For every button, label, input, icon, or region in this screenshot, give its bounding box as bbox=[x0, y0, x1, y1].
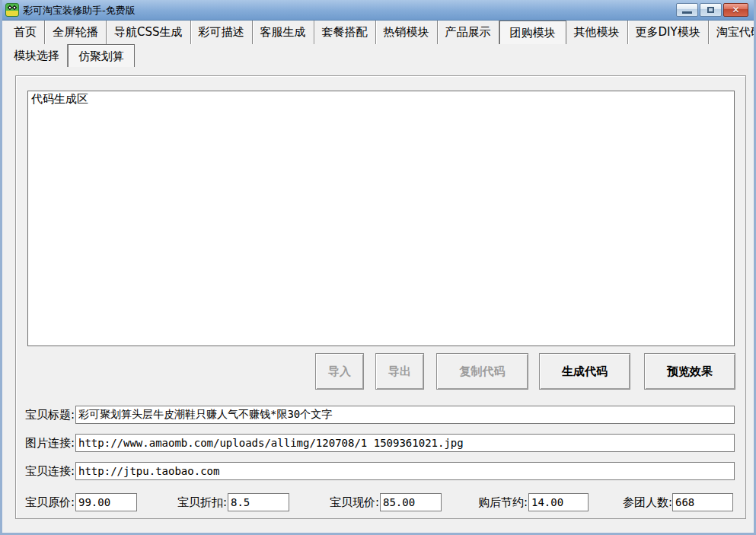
participants-label: 参团人数: bbox=[623, 493, 672, 511]
tab-fake-juhuasuan[interactable]: 仿聚划算 bbox=[68, 44, 135, 67]
sub-tab-bar: 模块选择 仿聚划算 bbox=[2, 44, 135, 67]
participants-input[interactable] bbox=[672, 493, 733, 511]
main-tab-bar: 首页 全屏轮播 导航CSS生成 彩可描述 客服生成 套餐搭配 热销模块 产品展示… bbox=[2, 21, 756, 44]
generate-code-button[interactable]: 生成代码 bbox=[539, 353, 630, 390]
discount-label: 宝贝折扣: bbox=[177, 493, 227, 511]
current-price-input[interactable] bbox=[380, 493, 442, 511]
savings-input[interactable] bbox=[528, 493, 589, 511]
tab-other-modules[interactable]: 其他模块 bbox=[566, 21, 628, 44]
app-icon bbox=[5, 3, 19, 17]
item-link-label: 宝贝连接: bbox=[25, 462, 75, 480]
app-window: 彩可淘宝装修助手-免费版 ✕ 首页 全屏轮播 导航CSS生成 彩可描述 客服生成… bbox=[0, 0, 756, 535]
export-button[interactable]: 导出 bbox=[375, 353, 424, 390]
item-link-input[interactable] bbox=[75, 462, 735, 480]
code-generation-textarea[interactable]: 代码生成区 bbox=[27, 91, 735, 346]
current-price-label: 宝贝现价: bbox=[330, 493, 379, 511]
copy-code-button[interactable]: 复制代码 bbox=[436, 353, 528, 390]
tab-caike-description[interactable]: 彩可描述 bbox=[191, 21, 253, 44]
tab-nav-css-generate[interactable]: 导航CSS生成 bbox=[107, 21, 191, 44]
import-button[interactable]: 导入 bbox=[315, 353, 364, 390]
image-link-label: 图片连接: bbox=[25, 434, 75, 452]
maximize-icon bbox=[707, 7, 714, 13]
original-price-input[interactable] bbox=[75, 493, 137, 511]
tab-hot-sale-module[interactable]: 热销模块 bbox=[376, 21, 438, 44]
item-title-input[interactable] bbox=[75, 406, 735, 424]
tab-home[interactable]: 首页 bbox=[6, 21, 45, 44]
close-icon: ✕ bbox=[732, 5, 739, 15]
item-title-label: 宝贝标题: bbox=[25, 406, 75, 424]
tab-package-match[interactable]: 套餐搭配 bbox=[314, 21, 376, 44]
close-button[interactable]: ✕ bbox=[723, 3, 748, 17]
preview-effect-button[interactable]: 预览效果 bbox=[644, 353, 735, 390]
window-title: 彩可淘宝装修助手-免费版 bbox=[23, 0, 136, 21]
image-link-input[interactable] bbox=[75, 434, 735, 452]
tab-customer-service-generate[interactable]: 客服生成 bbox=[253, 21, 314, 44]
tab-taobao-code-debug[interactable]: 淘宝代码调试 bbox=[709, 21, 756, 44]
title-bar: 彩可淘宝装修助手-免费版 ✕ bbox=[0, 0, 756, 21]
tab-fullscreen-carousel[interactable]: 全屏轮播 bbox=[45, 21, 107, 44]
tab-more-diy-modules[interactable]: 更多DIY模块 bbox=[628, 21, 709, 44]
discount-input[interactable] bbox=[228, 493, 289, 511]
tab-group-buy-module[interactable]: 团购模块 bbox=[499, 21, 566, 44]
minimize-icon bbox=[682, 11, 692, 14]
tab-module-select[interactable]: 模块选择 bbox=[6, 44, 68, 67]
savings-label: 购后节约: bbox=[478, 493, 528, 511]
maximize-button[interactable] bbox=[700, 3, 722, 17]
tab-product-display[interactable]: 产品展示 bbox=[438, 21, 499, 44]
original-price-label: 宝贝原价: bbox=[25, 493, 75, 511]
minimize-button[interactable] bbox=[676, 3, 698, 17]
